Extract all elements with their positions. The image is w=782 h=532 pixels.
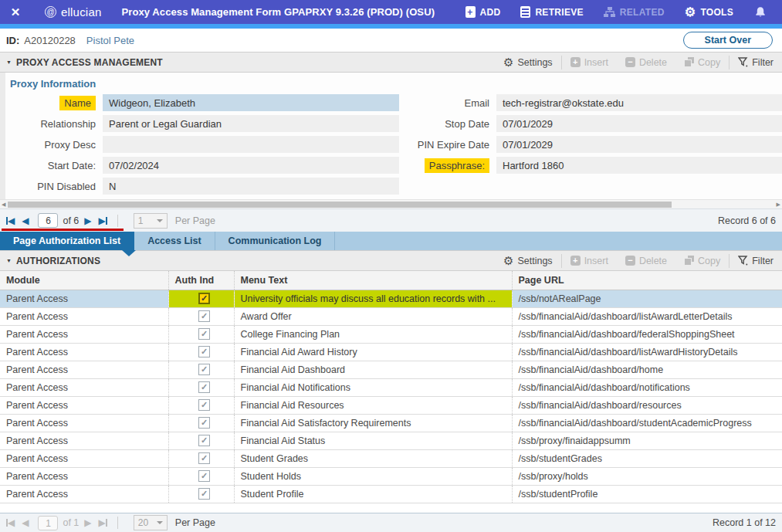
column-header-auth-ind: Auth Ind [168, 271, 234, 290]
scrollbar-thumb[interactable] [8, 202, 672, 208]
table-row[interactable]: Parent Access ✓ University officials may… [0, 290, 782, 307]
filter-label: Filter [752, 256, 774, 266]
first-page-button[interactable]: ◀ [6, 216, 15, 225]
delete-button[interactable]: − Delete [617, 256, 675, 266]
filter-funnel-icon [738, 57, 748, 67]
start-over-button[interactable]: Start Over [683, 32, 773, 49]
insert-button[interactable]: + Insert [562, 256, 617, 266]
next-page-button[interactable]: ▶ [84, 216, 91, 225]
previous-page-button[interactable]: ◀ [22, 518, 29, 527]
collapse-caret-icon[interactable]: ▼ [6, 59, 12, 65]
previous-page-button[interactable]: ◀ [22, 216, 29, 225]
settings-button[interactable]: ⚙ Settings [495, 56, 561, 68]
proxy-desc-field[interactable] [103, 136, 399, 153]
checkbox-checked-icon[interactable]: ✓ [198, 452, 210, 464]
checkbox-checked-icon[interactable]: ✓ [198, 399, 210, 411]
delete-button[interactable]: − Delete [617, 57, 675, 68]
gear-icon: ⚙ [685, 6, 696, 19]
last-page-button[interactable]: ▶ [99, 518, 107, 527]
retrieve-button[interactable]: RETRIEVE [510, 0, 593, 24]
checkbox-checked-icon[interactable]: ✓ [198, 364, 210, 375]
menu-text-cell: Student Grades [234, 449, 512, 467]
add-label: ADD [480, 7, 501, 18]
horizontal-scrollbar[interactable]: ◀ ▶ [0, 199, 782, 208]
copy-label: Copy [698, 256, 720, 266]
checkbox-checked-icon[interactable]: ✓ [198, 488, 210, 500]
filter-button[interactable]: Filter [730, 57, 782, 68]
passphrase-label: Passphrase: [399, 160, 496, 171]
page-number-input[interactable]: 6 [38, 213, 58, 228]
related-label: RELATED [620, 7, 665, 18]
table-row[interactable]: Parent Access ✓ Student Grades /ssb/stud… [0, 449, 782, 467]
passphrase-field[interactable]: Hartford 1860 [496, 157, 782, 174]
settings-button[interactable]: ⚙ Settings [495, 255, 561, 266]
module-cell: Parent Access [0, 307, 168, 325]
checkbox-checked-icon[interactable]: ✓ [198, 435, 210, 446]
scroll-right-icon[interactable]: ▶ [777, 200, 780, 208]
page-url-cell: /ssb/financialAid/dashboard/listAwardHis… [512, 343, 782, 361]
per-page-select[interactable]: 20 [134, 515, 168, 530]
tools-button[interactable]: ⚙ TOOLS [675, 0, 743, 24]
pin-expire-date-field[interactable]: 07/01/2029 [496, 136, 782, 153]
per-page-select[interactable]: 1 [134, 213, 168, 229]
checkbox-checked-icon[interactable]: ✓ [198, 328, 210, 340]
checkbox-checked-icon[interactable]: ✓ [198, 417, 210, 429]
page-url-cell: /ssb/financialAid/dashboard/studentAcade… [512, 414, 782, 432]
tab-access-list[interactable]: Access List [134, 232, 215, 250]
proxy-information-panel: Proxy Information Name Widgeon, Elizabet… [0, 73, 782, 199]
name-field[interactable]: Widgeon, Elizabeth [103, 94, 399, 111]
notifications-button[interactable] [743, 0, 777, 24]
authorizations-section-title: AUTHORIZATIONS [16, 256, 100, 266]
last-page-button[interactable]: ▶ [99, 216, 107, 225]
table-row[interactable]: Parent Access ✓ Financial Aid Status /ss… [0, 432, 782, 449]
tab-communication-log[interactable]: Communication Log [215, 232, 336, 250]
checkbox-checked-icon[interactable]: ✓ [198, 310, 210, 322]
start-date-field[interactable]: 07/02/2024 [103, 157, 399, 174]
checkbox-checked-icon[interactable]: ✓ [198, 346, 210, 357]
table-row[interactable]: Parent Access ✓ Student Holds /ssb/proxy… [0, 467, 782, 485]
plus-square-icon: + [570, 57, 581, 67]
table-row[interactable]: Parent Access ✓ Financial Aid Resources … [0, 396, 782, 414]
record-indicator: Record 6 of 6 [718, 215, 776, 226]
delete-label: Delete [639, 256, 667, 266]
email-field[interactable]: tech-registrar@okstate.edu [496, 94, 782, 111]
auth-ind-cell: ✓ [168, 361, 234, 378]
add-button[interactable]: + ADD [455, 0, 511, 24]
table-row[interactable]: Parent Access ✓ Financial Aid Award Hist… [0, 343, 782, 361]
relationship-field[interactable]: Parent or Legal Guardian [103, 115, 399, 132]
table-row[interactable]: Parent Access ✓ Award Offer /ssb/financi… [0, 307, 782, 325]
related-button[interactable]: RELATED [594, 0, 675, 24]
minus-square-icon: − [625, 256, 635, 266]
authorizations-table-container: Module Auth Ind Menu Text Page URL Paren… [0, 271, 782, 513]
id-label: ID: [6, 35, 19, 46]
collapse-caret-icon[interactable]: ▼ [6, 258, 12, 263]
tab-page-authorization-list[interactable]: Page Authorization List [0, 232, 134, 250]
sitemap-icon [604, 7, 615, 18]
table-row[interactable]: Parent Access ✓ College Financing Plan /… [0, 325, 782, 343]
per-page-value: 1 [138, 215, 144, 226]
checkbox-checked-icon[interactable]: ✓ [198, 470, 210, 482]
close-icon[interactable]: ✕ [0, 5, 31, 19]
page-number-input[interactable]: 1 [38, 516, 58, 530]
table-row[interactable]: Parent Access ✓ Student Profile /ssb/stu… [0, 485, 782, 503]
table-row[interactable]: Parent Access ✓ Financial Aid Satisfacto… [0, 414, 782, 432]
next-page-button[interactable]: ▶ [84, 518, 91, 527]
auth-ind-cell: ✓ [168, 449, 234, 467]
scroll-left-icon[interactable]: ◀ [2, 200, 5, 208]
pin-disabled-field[interactable]: N [103, 178, 399, 195]
insert-button[interactable]: + Insert [562, 57, 617, 68]
authorizations-table: Module Auth Ind Menu Text Page URL Paren… [0, 271, 782, 503]
stop-date-field[interactable]: 07/01/2029 [496, 115, 782, 132]
copy-button[interactable]: Copy [675, 256, 729, 266]
filter-button[interactable]: Filter [730, 256, 782, 266]
menu-text-cell: Financial Aid Dashboard [234, 361, 512, 378]
table-row[interactable]: Parent Access ✓ Financial Aid Notificati… [0, 378, 782, 396]
first-page-button[interactable]: ◀ [6, 518, 15, 527]
tools-label: TOOLS [700, 7, 733, 18]
pin-expire-date-label: PIN Expire Date [399, 139, 496, 151]
checkbox-checked-icon[interactable]: ✓ [198, 381, 210, 393]
ellucian-logo-icon: @ [45, 6, 56, 18]
copy-button[interactable]: Copy [675, 57, 729, 68]
checkbox-checked-icon[interactable]: ✓ [198, 293, 210, 304]
table-row[interactable]: Parent Access ✓ Financial Aid Dashboard … [0, 361, 782, 378]
